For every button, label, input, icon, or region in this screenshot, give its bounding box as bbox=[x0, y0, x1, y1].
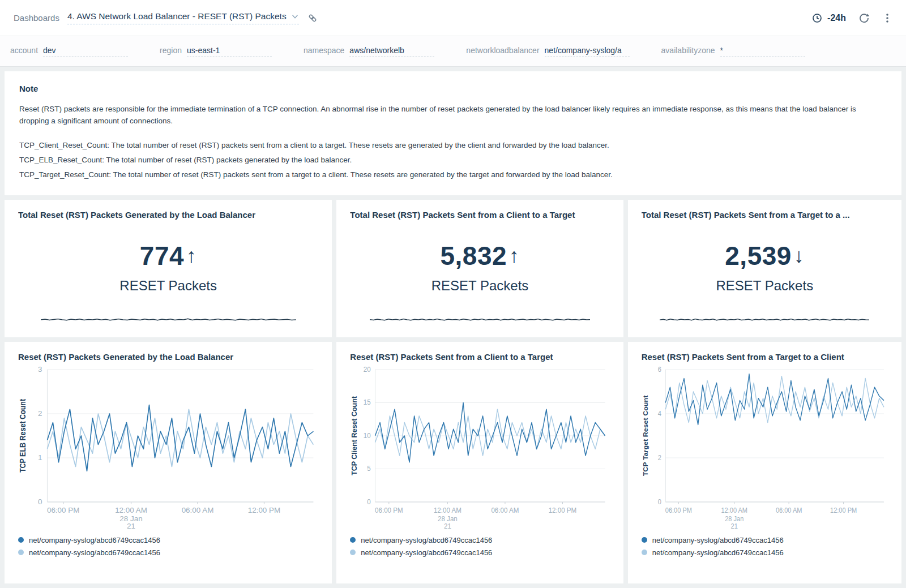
svg-text:5: 5 bbox=[367, 465, 371, 473]
svg-text:28 Jan: 28 Jan bbox=[725, 515, 743, 522]
legend-item[interactable]: net/company-syslog/abcd6749ccac1456 bbox=[18, 536, 318, 544]
stat-number: 2,539 bbox=[725, 241, 792, 271]
svg-text:06:00 PM: 06:00 PM bbox=[375, 506, 403, 514]
stat-body: 774 ↑ RESET Packets bbox=[18, 220, 318, 315]
legend-item[interactable]: net/company-syslog/abcd6749ccac1456 bbox=[350, 548, 609, 557]
stat-number: 5,832 bbox=[440, 241, 507, 271]
clock-icon bbox=[811, 12, 823, 24]
note-paragraph: TCP_ELB_Reset_Count: The total number of… bbox=[19, 154, 887, 166]
chart-panel-target-to-client: Reset (RST) Packets Sent from a Target t… bbox=[628, 342, 901, 583]
legend-label: net/company-syslog/abcd6749ccac1456 bbox=[29, 548, 160, 557]
kebab-menu-icon[interactable] bbox=[882, 12, 892, 24]
note-paragraph: TCP_Target_Reset_Count: The total number… bbox=[19, 169, 887, 181]
svg-text:21: 21 bbox=[730, 522, 737, 529]
trend-down-icon: ↓ bbox=[794, 244, 805, 268]
time-range-label: -24h bbox=[827, 13, 846, 23]
svg-text:4: 4 bbox=[657, 410, 661, 417]
filter-label: region bbox=[160, 46, 182, 55]
filter-value-networkloadbalancer[interactable]: net/company-syslog/a bbox=[545, 46, 630, 57]
time-range-button[interactable]: -24h bbox=[811, 12, 846, 24]
svg-text:21: 21 bbox=[127, 522, 135, 530]
filter-bar: account dev region us-east-1 namespace a… bbox=[0, 36, 906, 67]
filter-availabilityzone: availabilityzone * bbox=[661, 46, 805, 57]
stats-row: Total Reset (RST) Packets Generated by t… bbox=[5, 200, 901, 337]
svg-text:0: 0 bbox=[657, 498, 661, 505]
svg-text:12:00 PM: 12:00 PM bbox=[830, 507, 857, 513]
legend-label: net/company-syslog/abcd6749ccac1456 bbox=[361, 536, 492, 544]
legend-dot bbox=[350, 537, 356, 543]
breadcrumb[interactable]: Dashboards bbox=[14, 13, 59, 23]
stat-unit: RESET Packets bbox=[431, 278, 529, 294]
stat-value: 2,539 ↓ bbox=[725, 241, 804, 271]
svg-text:0: 0 bbox=[38, 497, 42, 505]
link-icon[interactable] bbox=[307, 12, 318, 24]
svg-text:2: 2 bbox=[657, 454, 661, 461]
note-paragraph: Reset (RST) packets are responsible for … bbox=[19, 104, 887, 127]
legend-dot bbox=[18, 537, 24, 543]
dashboard-title-dropdown[interactable]: 4. AWS Network Load Balancer - RESET (RS… bbox=[67, 11, 299, 24]
legend-item[interactable]: net/company-syslog/abcd6749ccac1456 bbox=[18, 548, 318, 557]
filter-label: account bbox=[10, 46, 38, 55]
line-chart: 0510152006:00 PM12:00 AM28 Jan2106:00 AM… bbox=[350, 364, 609, 534]
svg-text:06:00 AM: 06:00 AM bbox=[492, 506, 519, 514]
filter-label: namespace bbox=[304, 46, 344, 55]
svg-text:12:00 PM: 12:00 PM bbox=[549, 506, 577, 514]
stat-title: Total Reset (RST) Packets Generated by t… bbox=[18, 210, 318, 220]
sparkline-chart bbox=[370, 315, 591, 325]
svg-text:3: 3 bbox=[38, 365, 42, 373]
svg-text:1: 1 bbox=[38, 453, 42, 461]
chart-panel-client-to-target: Reset (RST) Packets Sent from a Client t… bbox=[336, 342, 623, 583]
chart-legend: net/company-syslog/abcd6749ccac1456 net/… bbox=[350, 536, 609, 557]
stat-unit: RESET Packets bbox=[716, 278, 814, 294]
svg-text:TCP Client Reset Count: TCP Client Reset Count bbox=[351, 396, 358, 475]
note-panel: Note Reset (RST) packets are responsible… bbox=[5, 71, 901, 195]
topbar-actions: -24h bbox=[811, 12, 892, 24]
stat-panel-target-to-client: Total Reset (RST) Packets Sent from a Ta… bbox=[628, 200, 901, 337]
chart-title: Reset (RST) Packets Sent from a Target t… bbox=[642, 352, 888, 362]
legend-label: net/company-syslog/abcd6749ccac1456 bbox=[652, 536, 784, 544]
note-paragraph: TCP_Client_Reset_Count: The total number… bbox=[19, 140, 887, 152]
trend-up-icon: ↑ bbox=[186, 244, 197, 268]
line-chart: 024606:00 PM12:00 AM28 Jan2106:00 AM12:0… bbox=[642, 364, 888, 534]
legend-item[interactable]: net/company-syslog/abcd6749ccac1456 bbox=[642, 548, 888, 557]
svg-text:10: 10 bbox=[364, 431, 371, 439]
filter-value-region[interactable]: us-east-1 bbox=[187, 46, 272, 57]
legend-label: net/company-syslog/abcd6749ccac1456 bbox=[652, 548, 784, 557]
note-title: Note bbox=[19, 84, 887, 93]
chart-panel-elb-generated: Reset (RST) Packets Generated by the Loa… bbox=[5, 342, 332, 583]
filter-namespace: namespace aws/networkelb bbox=[304, 46, 434, 57]
stat-unit: RESET Packets bbox=[119, 278, 217, 294]
filter-label: networkloadbalancer bbox=[466, 46, 539, 55]
stat-value: 774 ↑ bbox=[140, 241, 197, 271]
svg-text:12:00 AM: 12:00 AM bbox=[721, 507, 747, 513]
legend-item[interactable]: net/company-syslog/abcd6749ccac1456 bbox=[350, 536, 609, 544]
legend-dot bbox=[642, 537, 647, 543]
svg-text:6: 6 bbox=[657, 366, 661, 372]
filter-value-availabilityzone[interactable]: * bbox=[720, 46, 805, 57]
trend-up-icon: ↑ bbox=[509, 244, 520, 268]
svg-text:12:00 PM: 12:00 PM bbox=[248, 506, 280, 514]
stat-title: Total Reset (RST) Packets Sent from a Cl… bbox=[350, 210, 609, 220]
legend-label: net/company-syslog/abcd6749ccac1456 bbox=[29, 536, 160, 544]
filter-label: availabilityzone bbox=[661, 46, 715, 55]
sparkline-chart bbox=[660, 315, 869, 325]
legend-item[interactable]: net/company-syslog/abcd6749ccac1456 bbox=[642, 536, 888, 544]
stat-body: 5,832 ↑ RESET Packets bbox=[350, 220, 609, 315]
refresh-icon[interactable] bbox=[858, 12, 870, 24]
svg-text:06:00 PM: 06:00 PM bbox=[47, 506, 79, 514]
svg-text:06:00 AM: 06:00 AM bbox=[776, 507, 802, 513]
stat-panel-elb-generated: Total Reset (RST) Packets Generated by t… bbox=[5, 200, 332, 337]
chevron-down-icon bbox=[291, 12, 299, 20]
stat-number: 774 bbox=[140, 241, 184, 271]
filter-account: account dev bbox=[10, 46, 128, 57]
svg-text:06:00 PM: 06:00 PM bbox=[665, 507, 691, 513]
dashboard-content: Note Reset (RST) packets are responsible… bbox=[0, 67, 906, 588]
svg-text:12:00 AM: 12:00 AM bbox=[115, 506, 147, 514]
filter-value-namespace[interactable]: aws/networkelb bbox=[349, 46, 434, 57]
charts-row: Reset (RST) Packets Generated by the Loa… bbox=[5, 342, 901, 583]
svg-text:TCP Target Reset Count: TCP Target Reset Count bbox=[642, 395, 649, 476]
filter-region: region us-east-1 bbox=[160, 46, 272, 57]
filter-value-account[interactable]: dev bbox=[43, 46, 128, 57]
svg-text:21: 21 bbox=[444, 522, 451, 530]
legend-dot bbox=[350, 550, 356, 555]
